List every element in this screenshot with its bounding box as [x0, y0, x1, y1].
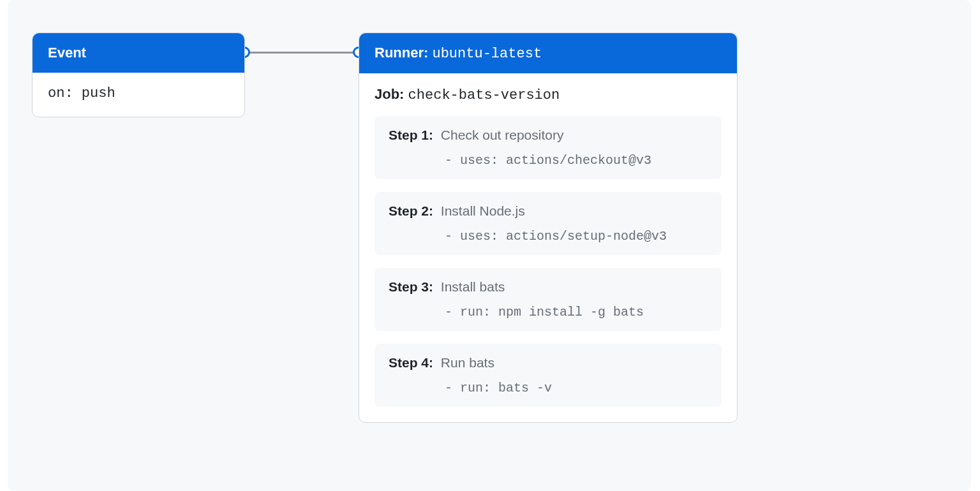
step-1-name: Check out repository: [441, 128, 564, 142]
step-2-label: Step 2:: [389, 203, 433, 218]
runner-header-value: ubuntu-latest: [432, 46, 542, 62]
runner-card-body: Job: check-bats-version Step 1: Check ou…: [359, 73, 737, 422]
step-3: Step 3: Install bats - run: npm install …: [375, 268, 722, 331]
step-3-label: Step 3:: [389, 279, 433, 294]
event-card-header: Event: [33, 33, 244, 73]
step-3-name: Install bats: [441, 279, 505, 294]
job-value: check-bats-version: [408, 87, 560, 103]
step-4-code: - run: bats -v: [445, 381, 708, 395]
step-2: Step 2: Install Node.js - uses: actions/…: [375, 192, 722, 255]
step-2-name: Install Node.js: [441, 203, 525, 218]
diagram-canvas: Event on: push Runner: ubuntu-latest Job…: [8, 0, 971, 491]
step-4-label: Step 4:: [389, 355, 433, 370]
event-header-text: Event: [48, 45, 86, 61]
step-1-code: - uses: actions/checkout@v3: [445, 153, 708, 168]
job-title: Job: check-bats-version: [375, 86, 722, 103]
step-4-name: Run bats: [441, 355, 494, 370]
step-1-label: Step 1:: [389, 128, 433, 142]
runner-header-label: Runner:: [375, 45, 428, 61]
job-label: Job:: [375, 86, 404, 102]
runner-card-header: Runner: ubuntu-latest: [359, 33, 737, 73]
event-body-text: on: push: [48, 85, 115, 101]
step-4: Step 4: Run bats - run: bats -v: [375, 344, 722, 407]
step-2-code: - uses: actions/setup-node@v3: [445, 229, 708, 244]
step-1: Step 1: Check out repository - uses: act…: [375, 116, 722, 179]
connector-line: [244, 52, 359, 54]
event-card: Event on: push: [32, 33, 245, 117]
runner-card: Runner: ubuntu-latest Job: check-bats-ve…: [359, 33, 738, 423]
event-card-body: on: push: [33, 73, 244, 117]
step-3-code: - run: npm install -g bats: [445, 305, 708, 319]
